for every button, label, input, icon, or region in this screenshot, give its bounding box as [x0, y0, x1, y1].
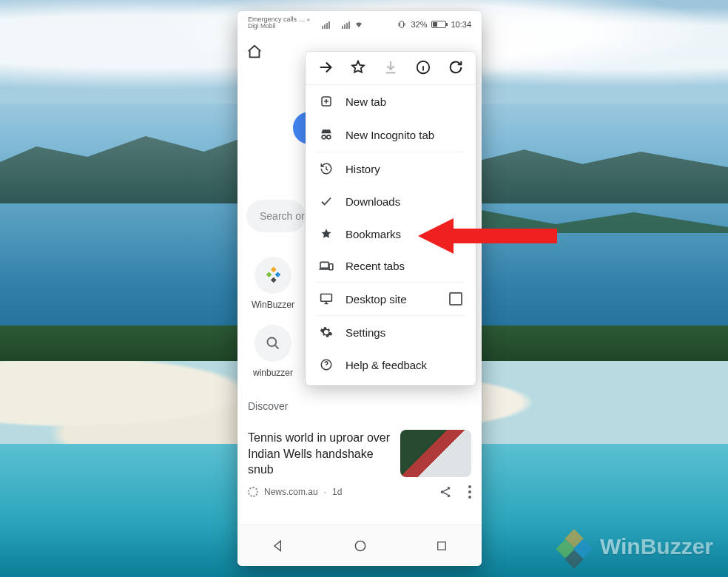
vibrate-icon — [397, 20, 406, 29]
devices-icon — [319, 260, 334, 272]
shortcut-search-icon-bg — [255, 325, 291, 362]
gear-icon — [319, 325, 334, 339]
shortcut-tile-winbuzzer[interactable]: WinBuzzer — [246, 257, 300, 310]
winbuzzer-favicon-icon — [263, 266, 283, 285]
svg-point-17 — [327, 135, 331, 139]
winbuzzer-watermark: WinBuzzer — [554, 527, 713, 566]
menu-new-tab[interactable]: New tab — [306, 85, 476, 118]
close-x-icon: × — [307, 16, 311, 23]
svg-point-8 — [448, 494, 451, 497]
page-info-button[interactable] — [412, 59, 434, 78]
menu-settings[interactable]: Settings — [306, 316, 476, 348]
wifi-icon — [354, 20, 363, 29]
news-source-favicon — [248, 487, 258, 497]
star-outline-icon — [350, 59, 366, 75]
bookmark-star-button[interactable] — [347, 59, 369, 78]
svg-rect-2 — [266, 271, 272, 277]
svg-rect-18 — [320, 262, 328, 268]
battery-icon — [431, 21, 446, 28]
home-icon — [246, 44, 263, 60]
arrow-right-icon — [317, 59, 334, 75]
phone-frame: Emergency calls …× Digi Mobil 32% 10:34 — [237, 11, 482, 566]
svg-point-12 — [355, 541, 365, 550]
desktop-icon — [319, 292, 334, 306]
svg-point-9 — [468, 485, 471, 488]
download-button[interactable] — [380, 59, 402, 78]
search-icon — [266, 336, 280, 351]
omnibox[interactable]: Search or type web address — [246, 200, 306, 232]
svg-point-5 — [268, 338, 277, 347]
check-icon — [319, 195, 334, 208]
news-thumbnail — [400, 430, 471, 477]
menu-bookmarks[interactable]: Bookmarks — [306, 217, 476, 250]
menu-history[interactable]: History — [306, 152, 476, 185]
reload-button[interactable] — [445, 59, 467, 78]
svg-rect-0 — [400, 21, 404, 27]
discover-card[interactable]: Tennis world in uproar over Indian Wells… — [248, 430, 471, 504]
carrier-line1: Emergency calls … — [248, 16, 306, 23]
svg-point-16 — [322, 135, 326, 139]
plus-box-icon — [319, 95, 334, 108]
menu-new-incognito-tab[interactable]: New Incognito tab — [306, 118, 476, 152]
shortcut-label: WinBuzzer — [246, 300, 300, 310]
menu-recent-tabs[interactable]: Recent tabs — [306, 250, 476, 282]
svg-rect-1 — [271, 267, 277, 273]
download-icon — [382, 59, 399, 75]
discover-heading: Discover — [248, 400, 288, 412]
shortcut-label: winbuzzer — [246, 368, 300, 378]
statusbar-time: 10:34 — [451, 20, 471, 29]
circle-home-icon — [353, 539, 368, 553]
svg-rect-20 — [321, 294, 332, 301]
shortcut-favicon — [255, 257, 291, 294]
signal-bars-icon-2 — [342, 21, 350, 29]
news-source: News.com.au — [264, 487, 318, 497]
history-icon — [319, 162, 334, 175]
winbuzzer-logo-text: WinBuzzer — [600, 534, 713, 559]
svg-point-6 — [448, 487, 451, 490]
star-filled-icon — [319, 227, 334, 240]
android-recents-button[interactable] — [435, 539, 448, 553]
share-icon[interactable] — [439, 485, 452, 499]
home-button[interactable] — [246, 44, 263, 63]
square-recents-icon — [435, 539, 448, 553]
svg-rect-19 — [329, 263, 333, 269]
android-statusbar: Emergency calls …× Digi Mobil 32% 10:34 — [237, 11, 482, 30]
signal-bars-icon — [322, 21, 330, 29]
news-age: 1d — [332, 487, 342, 497]
svg-rect-3 — [275, 271, 281, 277]
incognito-icon — [319, 127, 334, 142]
svg-rect-4 — [271, 277, 277, 283]
shortcut-tile-winbuzzer-search[interactable]: winbuzzer — [246, 325, 300, 378]
news-headline: Tennis world in uproar over Indian Wells… — [248, 430, 391, 478]
menu-help-feedback[interactable]: Help & feedback — [306, 348, 476, 381]
battery-percent: 32% — [411, 20, 427, 29]
info-icon — [415, 59, 431, 75]
more-vert-icon[interactable] — [468, 485, 471, 499]
android-back-button[interactable] — [271, 539, 286, 553]
help-icon — [319, 358, 334, 371]
chrome-overflow-menu: New tab New Incognito tab History Downlo… — [306, 52, 476, 385]
winbuzzer-logo-icon — [554, 527, 593, 566]
triangle-back-icon — [271, 539, 286, 553]
forward-button[interactable] — [314, 59, 337, 78]
svg-point-11 — [468, 496, 471, 499]
desktop-site-checkbox[interactable] — [449, 292, 462, 306]
menu-desktop-site[interactable]: Desktop site — [306, 283, 476, 315]
android-nav-bar — [237, 524, 482, 566]
omnibox-placeholder: Search or type web address — [260, 210, 306, 222]
svg-point-10 — [468, 490, 471, 493]
menu-downloads[interactable]: Downloads — [306, 185, 476, 217]
svg-rect-13 — [437, 541, 445, 550]
android-home-button[interactable] — [353, 539, 368, 553]
reload-icon — [448, 59, 464, 75]
carrier-line2: Digi Mobil — [248, 23, 310, 30]
